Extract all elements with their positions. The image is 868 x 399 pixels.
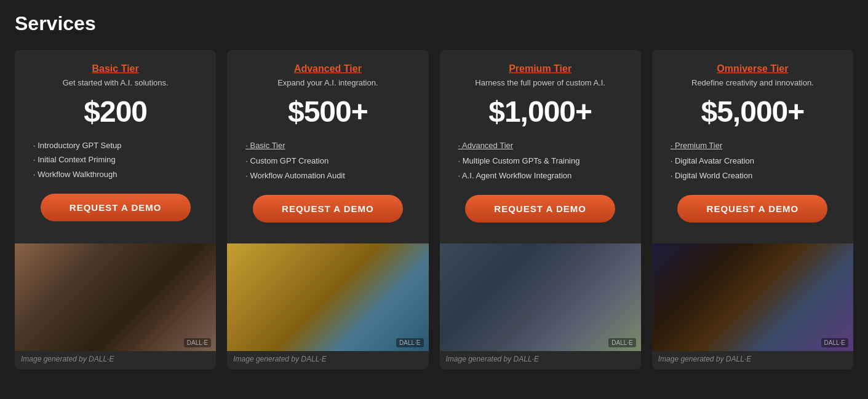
tier-name-premium: Premium Tier	[452, 63, 629, 74]
features-basic: · Introductory GPT Setup· Initial Contex…	[27, 138, 204, 181]
image-caption-basic: Image generated by DALL·E	[15, 351, 216, 369]
feature-item: · A.I. Agent Workflow Integration	[458, 168, 629, 183]
demo-button-basic[interactable]: REQUEST A DEMO	[41, 194, 191, 221]
image-caption-omniverse: Image generated by DALL·E	[652, 351, 853, 369]
page-title: Services	[15, 12, 853, 35]
feature-item: · Initial Context Priming	[33, 152, 204, 167]
tier-subtitle-omniverse: Redefine creativity and innovation.	[664, 78, 841, 87]
features-advanced: · Basic Tier· Custom GPT Creation· Workf…	[239, 138, 416, 183]
feature-item: · Introductory GPT Setup	[33, 138, 204, 152]
demo-button-advanced[interactable]: REQUEST A DEMO	[253, 195, 403, 223]
demo-button-premium[interactable]: REQUEST A DEMO	[465, 195, 615, 223]
tier-link-omniverse[interactable]: · Premium Tier	[671, 138, 841, 152]
card-content-basic: Basic Tier Get started with A.I. solutio…	[15, 50, 216, 243]
card-premium: Premium Tier Harness the full power of c…	[440, 50, 641, 369]
tier-name-omniverse: Omniverse Tier	[664, 63, 841, 74]
feature-item: · Custom GPT Creation	[245, 154, 416, 168]
card-advanced: Advanced Tier Expand your A.I. integrati…	[227, 50, 428, 369]
tier-link-premium[interactable]: · Advanced Tier	[458, 138, 629, 152]
tier-name-advanced: Advanced Tier	[239, 63, 416, 74]
card-content-advanced: Advanced Tier Expand your A.I. integrati…	[227, 50, 428, 243]
tier-subtitle-premium: Harness the full power of custom A.I.	[452, 78, 629, 87]
feature-item: · Multiple Custom GPTs & Training	[458, 154, 629, 168]
feature-item: · Digital Avatar Creation	[671, 154, 841, 168]
price-omniverse: $5,000+	[664, 95, 841, 128]
card-omniverse: Omniverse Tier Redefine creativity and i…	[652, 50, 853, 369]
price-advanced: $500+	[239, 95, 416, 128]
feature-item: · Workflow Automation Audit	[245, 168, 416, 183]
feature-item: · Workflow Walkthrough	[33, 167, 204, 181]
card-basic: Basic Tier Get started with A.I. solutio…	[15, 50, 216, 369]
card-image-premium	[440, 243, 641, 351]
price-premium: $1,000+	[452, 95, 629, 128]
card-image-advanced	[227, 243, 428, 351]
tier-subtitle-advanced: Expand your A.I. integration.	[239, 78, 416, 87]
card-image-omniverse	[652, 243, 853, 351]
features-omniverse: · Premium Tier· Digital Avatar Creation·…	[664, 138, 841, 183]
image-caption-advanced: Image generated by DALL·E	[227, 351, 428, 369]
feature-item: · Digital World Creation	[671, 168, 841, 183]
cards-grid: Basic Tier Get started with A.I. solutio…	[15, 50, 853, 369]
tier-subtitle-basic: Get started with A.I. solutions.	[27, 78, 204, 87]
demo-button-omniverse[interactable]: REQUEST A DEMO	[677, 195, 827, 223]
tier-link-advanced[interactable]: · Basic Tier	[245, 138, 416, 152]
tier-name-basic: Basic Tier	[27, 63, 204, 74]
image-caption-premium: Image generated by DALL·E	[440, 351, 641, 369]
card-content-premium: Premium Tier Harness the full power of c…	[440, 50, 641, 243]
card-image-basic	[15, 243, 216, 351]
card-content-omniverse: Omniverse Tier Redefine creativity and i…	[652, 50, 853, 243]
price-basic: $200	[27, 95, 204, 128]
features-premium: · Advanced Tier· Multiple Custom GPTs & …	[452, 138, 629, 183]
